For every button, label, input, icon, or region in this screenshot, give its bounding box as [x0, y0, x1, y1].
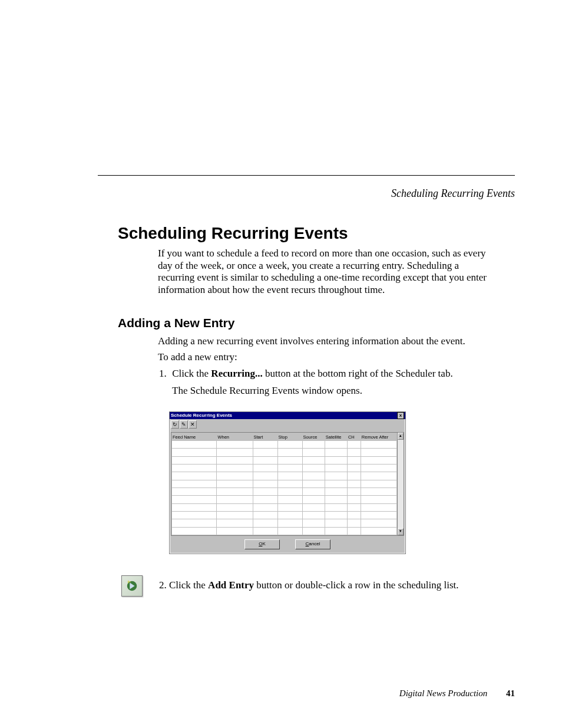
col-source[interactable]: Source [302, 433, 325, 441]
toolbar-refresh-icon[interactable]: ↻ [171, 420, 179, 429]
section-heading: Scheduling Recurring Events [118, 224, 348, 243]
window-titlebar: Schedule Recurring Events x [170, 412, 405, 419]
table-row[interactable] [172, 464, 397, 472]
table-row[interactable] [172, 480, 397, 487]
table-body[interactable] [172, 441, 397, 535]
table-row[interactable] [172, 519, 397, 527]
step-text-pre: Click the [172, 368, 211, 379]
events-table[interactable]: Feed Name When Start Stop Source Satelli… [171, 433, 397, 535]
col-feed-name[interactable]: Feed Name [172, 433, 217, 441]
book-title: Digital News Production [399, 689, 487, 698]
table-row[interactable] [172, 527, 397, 535]
step-number: 2. [159, 579, 167, 591]
grid-wrap: Feed Name When Start Stop Source Satelli… [171, 432, 404, 536]
svg-rect-1 [128, 582, 131, 582]
ok-label-rest: K [262, 541, 265, 546]
step-text-pre: Click the [169, 579, 208, 591]
step-number: 1. [159, 367, 170, 381]
step-text-post: button or double-click a row in the sche… [254, 579, 459, 591]
col-stop[interactable]: Stop [277, 433, 302, 441]
subsection-heading: Adding a New Entry [118, 316, 234, 330]
subsection-body: Adding a new recurring event involves en… [158, 335, 492, 367]
window-toolbar: ↻ ✎ ✕ [170, 419, 405, 431]
dialog-button-row: OK Cancel [170, 536, 405, 549]
svg-rect-2 [128, 581, 129, 584]
col-when[interactable]: When [217, 433, 253, 441]
table-row[interactable] [172, 503, 397, 511]
page-number: 41 [506, 689, 515, 698]
running-head: Scheduling Recurring Events [391, 187, 515, 200]
intro-paragraph: If you want to schedule a feed to record… [158, 248, 492, 297]
col-satellite[interactable]: Satellite [325, 433, 347, 441]
col-start[interactable]: Start [253, 433, 277, 441]
ok-button[interactable]: OK [244, 539, 280, 549]
scroll-down-icon[interactable]: ▾ [398, 528, 404, 535]
body-line-2: To add a new entry: [158, 351, 492, 363]
page-footer: Digital News Production 41 [399, 689, 515, 699]
top-rule [98, 175, 515, 176]
close-icon[interactable]: x [397, 412, 404, 419]
vertical-scrollbar[interactable]: ▴ ▾ [397, 433, 404, 535]
scroll-up-icon[interactable]: ▴ [398, 433, 404, 440]
window-title: Schedule Recurring Events [171, 412, 232, 419]
scroll-track[interactable] [398, 440, 404, 528]
table-row[interactable] [172, 511, 397, 519]
body-line-1: Adding a new recurring event involves en… [158, 335, 492, 347]
cancel-label-rest: ancel [309, 541, 320, 546]
step-1: 1. Click the Recurring... button at the … [159, 367, 492, 398]
col-remove-after[interactable]: Remove After [361, 433, 396, 441]
step-text-bold: Recurring... [211, 368, 262, 379]
toolbar-delete-icon[interactable]: ✕ [189, 420, 197, 429]
page: Scheduling Recurring Events Scheduling R… [0, 0, 562, 728]
toolbar-edit-icon[interactable]: ✎ [180, 420, 188, 429]
table-row[interactable] [172, 449, 397, 456]
table-header-row: Feed Name When Start Stop Source Satelli… [172, 433, 397, 441]
cancel-button[interactable]: Cancel [295, 539, 330, 549]
step-subtext: The Schedule Recurring Events window ope… [172, 384, 492, 398]
table-row[interactable] [172, 456, 397, 464]
table-row[interactable] [172, 496, 397, 503]
col-ch[interactable]: CH [347, 433, 361, 441]
table-row[interactable] [172, 487, 397, 495]
table-row[interactable] [172, 472, 397, 480]
step-text-bold: Add Entry [208, 579, 254, 591]
add-entry-icon [121, 575, 143, 597]
step-2: 2. Click the Add Entry button or double-… [159, 579, 492, 591]
step-text-post: button at the bottom right of the Schedu… [263, 368, 453, 379]
table-row[interactable] [172, 441, 397, 449]
schedule-recurring-events-window: Schedule Recurring Events x ↻ ✎ ✕ Feed N… [169, 411, 406, 554]
